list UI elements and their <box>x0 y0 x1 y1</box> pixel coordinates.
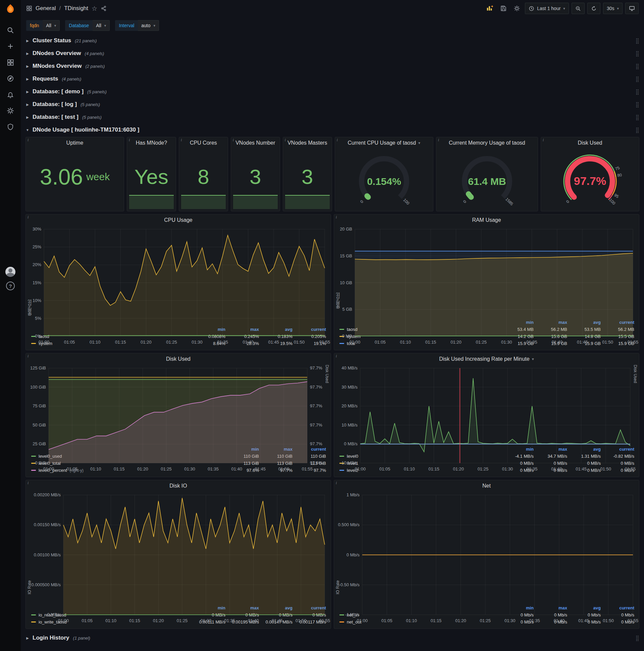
panel-title[interactable]: Disk IO <box>26 480 331 492</box>
panel-info-icon[interactable]: i <box>28 354 29 359</box>
create-icon[interactable] <box>4 40 17 53</box>
disk-io-plot[interactable]: 01:0001:0501:1001:1501:2001:2501:3001:35… <box>26 492 331 604</box>
save-dashboard-icon[interactable] <box>498 3 509 14</box>
panel-title[interactable]: VNodes Masters <box>283 137 332 149</box>
svg-text:01:05: 01:05 <box>375 340 386 345</box>
refresh-button[interactable] <box>587 3 601 14</box>
breadcrumb-folder[interactable]: General <box>36 5 56 12</box>
panel-info-icon[interactable]: i <box>233 137 234 143</box>
svg-text:0.00100 MB/s: 0.00100 MB/s <box>34 552 61 557</box>
row-database-demo[interactable]: ▶ Database: [ demo ] (5 panels) ⣿ <box>26 86 639 97</box>
row-title: Database: [ test ] <box>33 114 78 121</box>
panel-info-icon[interactable]: i <box>543 137 544 143</box>
row-cluster-status[interactable]: ▶ Cluster Status (21 panels) ⣿ <box>26 35 639 46</box>
row-drag-handle[interactable]: ⣿ <box>635 101 639 108</box>
pan el-title[interactable]: Has MNode? <box>127 137 176 149</box>
disk-rate-plot[interactable]: 01:0001:0501:1001:1501:2001:2501:3001:35… <box>334 365 639 445</box>
panel-title[interactable]: Current CPU Usage of taosd▾ <box>335 137 433 149</box>
refresh-interval-picker[interactable]: 30s ▾ <box>603 3 622 14</box>
row-login-history[interactable]: ▶ Login History (1 panel) ⣿ <box>26 632 639 644</box>
panel-info-icon[interactable]: i <box>28 480 29 486</box>
user-avatar[interactable] <box>5 267 15 277</box>
svg-text:0.00200 MB/s: 0.00200 MB/s <box>34 492 61 497</box>
ram-usage-plot[interactable]: 01:0001:0501:1001:1501:2001:2501:3001:35… <box>334 226 639 318</box>
variable-label[interactable]: Database <box>65 20 93 31</box>
row-drag-handle[interactable]: ⣿ <box>635 635 639 641</box>
svg-text:01:45: 01:45 <box>268 340 280 345</box>
svg-text:01:55: 01:55 <box>319 340 330 345</box>
row-dnodes-overview[interactable]: ▶ DNodes Overview (4 panels) ⣿ <box>26 48 639 59</box>
net-plot[interactable]: 01:0001:0501:1001:1501:2001:2501:3001:35… <box>334 492 639 604</box>
row-drag-handle[interactable]: ⣿ <box>635 50 639 57</box>
panel-title[interactable]: Current Memory Usage of taosd <box>437 137 538 149</box>
panel-title[interactable]: Disk Used Increasing Rate per Minute▾ <box>334 353 639 365</box>
svg-text:01:15: 01:15 <box>425 340 437 345</box>
svg-text:01:20: 01:20 <box>450 340 461 345</box>
row-mnodes-overview[interactable]: ▶ MNodes Overview (2 panels) ⣿ <box>26 60 639 72</box>
breadcrumb-title[interactable]: TDinsight <box>64 5 88 12</box>
svg-text:01:05: 01:05 <box>381 618 392 623</box>
zoom-out-button[interactable] <box>572 3 585 14</box>
cpu-usage-plot[interactable]: 01:0001:0501:1001:1501:2001:2501:3001:35… <box>26 226 331 325</box>
panel-title[interactable]: Disk Used <box>26 353 331 365</box>
svg-text:25 GiB: 25 GiB <box>33 441 46 446</box>
tv-mode-button[interactable] <box>625 3 639 14</box>
configuration-gear-icon[interactable] <box>4 104 17 118</box>
panel-title[interactable]: CPU Usage <box>26 214 331 226</box>
svg-text:97.7%: 97.7% <box>310 423 322 428</box>
row-drag-handle[interactable]: ⣿ <box>635 114 639 121</box>
star-icon[interactable]: ☆ <box>92 5 97 12</box>
row-database-test[interactable]: ▶ Database: [ test ] (5 panels) ⣿ <box>26 112 639 123</box>
row-requests[interactable]: ▶ Requests (4 panels) ⣿ <box>26 73 639 85</box>
dashboard-grid-icon[interactable] <box>26 5 32 11</box>
server-admin-shield-icon[interactable] <box>4 120 17 133</box>
panel-title[interactable]: Net <box>334 480 639 492</box>
panel-title[interactable]: VNodes Number <box>231 137 280 149</box>
variable-value-dropdown[interactable]: auto▾ <box>138 20 159 31</box>
row-dnode-usage[interactable]: ▼ DNode Usage [ huolinhe-TM1701:6030 ] ⣿ <box>26 124 639 135</box>
variable-label[interactable]: Interval <box>115 20 138 31</box>
explore-icon[interactable] <box>4 72 17 85</box>
row-drag-handle[interactable]: ⣿ <box>635 63 639 69</box>
stats-row: i Uptime 3.06week i Has MNode? Yes i CPU… <box>26 137 639 211</box>
svg-text:01:45: 01:45 <box>577 340 588 345</box>
panel-info-icon[interactable]: i <box>336 215 337 220</box>
variable-value-dropdown[interactable]: All▾ <box>42 20 60 31</box>
row-database-log[interactable]: ▶ Database: [ log ] (5 panels) ⣿ <box>26 99 639 110</box>
time-range-picker[interactable]: Last 1 hour ▾ <box>525 3 569 14</box>
panel-title[interactable]: Disk Used <box>541 137 639 149</box>
alerting-icon[interactable] <box>4 88 17 101</box>
panel-info-icon[interactable]: i <box>28 215 29 220</box>
svg-text:0.00150 MB/s: 0.00150 MB/s <box>34 522 61 527</box>
panel-info-icon[interactable]: i <box>336 480 337 486</box>
svg-text:01:20: 01:20 <box>453 466 464 471</box>
panel-title[interactable]: RAM Usage <box>334 214 639 226</box>
panel-info-icon[interactable]: i <box>181 137 182 143</box>
panel-disk-rate: i Disk Used Increasing Rate per Minute▾ … <box>334 353 639 477</box>
panel-info-icon[interactable]: i <box>336 354 337 359</box>
svg-text:0.500 Mb/s: 0.500 Mb/s <box>338 522 360 527</box>
panel-info-icon[interactable]: i <box>285 137 286 143</box>
svg-text:01:45: 01:45 <box>255 466 266 471</box>
panel-title[interactable]: Uptime <box>26 137 124 149</box>
search-icon[interactable] <box>4 24 17 37</box>
grafana-logo[interactable] <box>5 3 16 15</box>
variable-value-dropdown[interactable]: All▾ <box>93 20 110 31</box>
row-drag-handle[interactable]: ⣿ <box>635 76 639 82</box>
panel-info-icon[interactable]: i <box>337 137 338 143</box>
row-drag-handle[interactable]: ⣿ <box>635 89 639 95</box>
dashboards-icon[interactable] <box>4 56 17 69</box>
panel-info-icon[interactable]: i <box>28 137 29 143</box>
row-drag-handle[interactable]: ⣿ <box>635 127 639 133</box>
add-panel-button[interactable] <box>484 3 495 14</box>
dashboard-settings-gear-icon[interactable] <box>512 3 522 14</box>
disk-used-plot[interactable]: 01:0001:0501:1001:1501:2001:2501:3001:35… <box>26 365 331 445</box>
row-drag-handle[interactable]: ⣿ <box>635 38 639 44</box>
help-icon[interactable]: ? <box>6 282 15 290</box>
panel-info-icon[interactable]: i <box>438 137 439 143</box>
panel-info-icon[interactable]: i <box>129 137 130 143</box>
chevron-right-icon: ▶ <box>26 64 30 68</box>
share-icon[interactable] <box>101 5 107 11</box>
panel-title[interactable]: CPU Cores <box>179 137 228 149</box>
variable-label[interactable]: fqdn <box>26 20 42 31</box>
